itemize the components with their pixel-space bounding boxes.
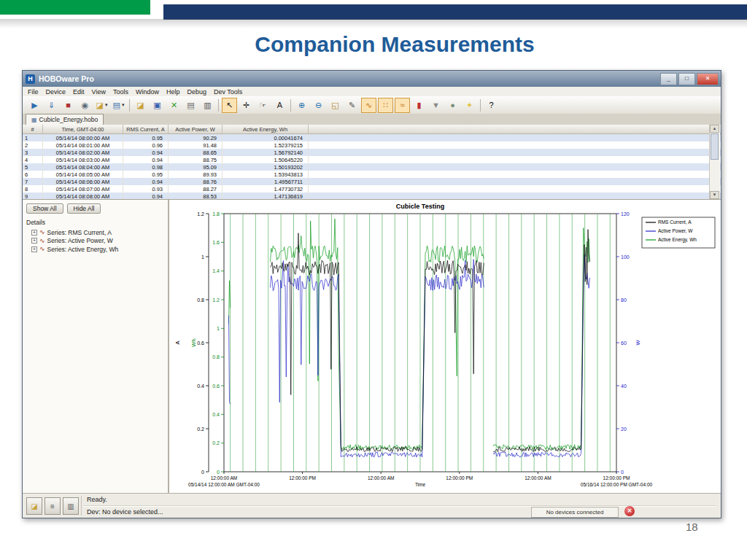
expand-icon[interactable]: + [31, 238, 37, 244]
svg-text:80: 80 [621, 298, 627, 303]
close-button[interactable]: ✕ [697, 73, 719, 85]
table-row[interactable]: 705/14/14 08:06:00 AM0.9488.761.49567711 [23, 178, 721, 185]
open-datafile-dropdown-icon: ◪ [96, 101, 104, 109]
legend-label: Active Power, W [658, 228, 693, 233]
svg-text:0: 0 [201, 470, 204, 475]
launch-device-button[interactable]: ▶ [27, 98, 42, 113]
scrollbar-down-button[interactable]: ▼ [710, 191, 719, 199]
zoom-in-button[interactable]: ⊕ [294, 98, 309, 113]
open-file-button[interactable]: ◪ [133, 98, 148, 113]
series-tree-item[interactable]: +∿Series: Active Energy, Wh [23, 244, 168, 253]
page-setup-button[interactable]: ▤ [183, 98, 198, 113]
menu-tools[interactable]: Tools [109, 88, 132, 96]
smooth-series-icon: ≈ [400, 101, 404, 109]
column-header[interactable]: Time, GMT-04:00 [43, 125, 123, 133]
scrollbar-thumb[interactable] [711, 133, 719, 160]
table-row[interactable]: 405/14/14 08:03:00 AM0.9488.751.50645220 [23, 156, 721, 163]
hoboware-window: H HOBOware Pro _ □ ✕ FileDeviceEditViewT… [22, 70, 721, 518]
x-end-label: 05/16/14 12:00:00 PM GMT-04:00 [581, 482, 653, 487]
green-accent-bar [0, 0, 150, 15]
table-row[interactable]: 505/14/14 08:04:00 AM0.9895.091.50193202 [23, 163, 721, 171]
close-datafile-button[interactable]: ✕ [166, 98, 182, 113]
details-label: Details [23, 217, 168, 228]
column-header[interactable]: RMS Current, A [123, 125, 169, 133]
menu-dev-tools[interactable]: Dev Tools [210, 88, 246, 96]
column-header[interactable]: Active Power, W [169, 125, 222, 133]
show-all-button[interactable]: Show All [26, 203, 63, 214]
table-row[interactable]: 905/14/14 08:08:00 AM0.9488.531.47136819 [23, 192, 721, 199]
column-header[interactable]: Active Energy, Wh [222, 125, 309, 133]
table-cell: 1 [23, 134, 43, 141]
table-row[interactable]: 105/14/14 08:00:00 AM0.9590.290.00041674 [23, 134, 721, 141]
column-header[interactable]: # [23, 125, 43, 133]
callout-button[interactable]: ✦ [462, 98, 477, 113]
plot-setup-dropdown-button[interactable]: ▤▾ [111, 98, 126, 113]
menu-view[interactable]: View [88, 88, 109, 96]
zoom-out-button[interactable]: ⊖ [311, 98, 326, 113]
pan-tool-button[interactable]: ✛ [239, 98, 254, 113]
table-cell: 1.47730732 [222, 185, 309, 192]
scrollbar-up-button[interactable]: ▲ [710, 125, 719, 133]
expand-icon[interactable]: + [31, 246, 37, 252]
table-cell: 4 [23, 156, 43, 163]
datafile-tab[interactable]: ▦ Cubicle_Energy.hobo [26, 114, 104, 125]
table-cell: 0.94 [123, 156, 169, 163]
svg-text:1: 1 [201, 254, 204, 260]
menu-help[interactable]: Help [163, 88, 184, 96]
table-cell: 0.93 [123, 185, 169, 192]
chart-area: Cubicle Testing00.20.40.60.811.2A00.20.4… [171, 200, 721, 493]
hand-tool-button[interactable]: ☞ [255, 98, 271, 113]
edit-series-button[interactable]: ✎ [344, 98, 360, 113]
table-cell: 1.50193202 [222, 163, 309, 171]
smooth-series-button[interactable]: ≈ [395, 98, 410, 113]
menu-device[interactable]: Device [42, 88, 70, 96]
toolbar-separator [290, 99, 291, 112]
stop-device-icon: ■ [66, 101, 71, 109]
plot-series-icon: ∿ [365, 101, 372, 109]
menu-file[interactable]: File [24, 88, 42, 96]
svg-text:1.8: 1.8 [212, 211, 220, 217]
series-tree-item[interactable]: +∿Series: RMS Current, A [23, 228, 168, 236]
save-file-button[interactable]: ▣ [150, 98, 165, 113]
svg-text:1.2: 1.2 [197, 211, 204, 217]
annotate-tool-button[interactable]: A [272, 98, 287, 113]
device-status-button[interactable]: ◉ [77, 98, 93, 113]
table-scrollbar[interactable]: ▲ ▼ [709, 125, 720, 199]
menu-edit[interactable]: Edit [69, 88, 88, 96]
plots-pane-button[interactable]: ≡ [44, 497, 61, 515]
maximize-button[interactable]: □ [678, 73, 695, 85]
cubicle-testing-chart[interactable]: Cubicle Testing00.20.40.60.811.2A00.20.4… [171, 200, 721, 494]
hide-all-button[interactable]: Hide All [67, 203, 101, 214]
table-cell: 0.94 [123, 192, 169, 199]
window-titlebar[interactable]: H HOBOware Pro _ □ ✕ [23, 71, 721, 87]
readout-device-button[interactable]: ⇓ [44, 98, 59, 113]
help-button[interactable]: ? [484, 98, 499, 113]
minimize-button[interactable]: _ [660, 73, 677, 85]
print-button[interactable]: ▥ [200, 98, 215, 113]
svg-text:0.2: 0.2 [197, 427, 204, 432]
crop-series-button[interactable]: ◱ [328, 98, 343, 113]
points-table-pane-button[interactable]: ▥ [63, 497, 79, 515]
mark-points-button[interactable]: ∷ [378, 98, 393, 113]
file-pane-button[interactable]: ◪ [26, 497, 42, 515]
svg-text:40: 40 [621, 384, 627, 389]
open-datafile-dropdown-button[interactable]: ◪▾ [94, 98, 109, 113]
status-indicator-button[interactable]: ● [445, 98, 460, 113]
table-row[interactable]: 305/14/14 08:02:00 AM0.9488.651.56792140 [23, 149, 721, 156]
thermometer-button[interactable]: ▮ [411, 98, 427, 113]
select-tool-button[interactable]: ↖ [222, 98, 237, 113]
table-row[interactable]: 205/14/14 08:01:00 AM0.9691.481.52379215 [23, 141, 721, 149]
filter-series-button[interactable]: ▼ [428, 98, 444, 113]
chart-title: Cubicle Testing [396, 203, 444, 210]
menu-debug[interactable]: Debug [183, 88, 210, 96]
table-row[interactable]: 605/14/14 08:05:00 AM0.9589.931.53943813 [23, 171, 721, 178]
menu-window[interactable]: Window [132, 88, 163, 96]
plot-series-button[interactable]: ∿ [361, 98, 376, 113]
stop-device-button[interactable]: ■ [61, 98, 76, 113]
table-row[interactable]: 805/14/14 08:07:00 AM0.9388.271.47730732 [23, 185, 721, 192]
series-tree-item[interactable]: +∿Series: Active Power, W [23, 236, 168, 245]
series-label: Series: Active Energy, Wh [47, 246, 119, 253]
svg-text:12:00:00 PM: 12:00:00 PM [446, 475, 473, 481]
table-cell: 05/14/14 08:04:00 AM [43, 163, 123, 171]
expand-icon[interactable]: + [31, 230, 37, 236]
